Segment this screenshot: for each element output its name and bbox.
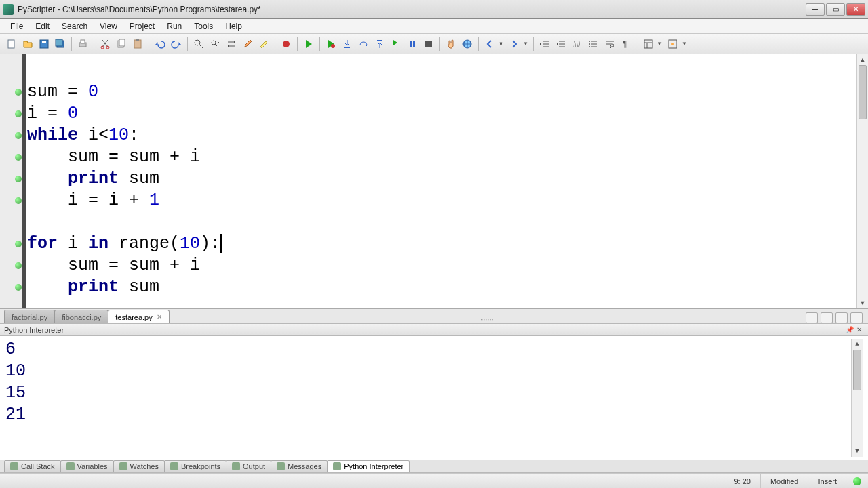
save-icon[interactable]	[37, 37, 52, 52]
options-icon[interactable]	[665, 37, 680, 52]
stop-icon[interactable]	[421, 37, 436, 52]
window-title: PyScripter - C:\Users\sal\Documents\Pyth…	[18, 5, 806, 14]
debug-icon[interactable]	[323, 37, 338, 52]
bottom-tab[interactable]: Messages	[271, 460, 328, 472]
bottom-tab[interactable]: Variables	[60, 460, 114, 472]
maximize-button[interactable]: ▭	[826, 3, 845, 16]
editor-gutter[interactable]	[0, 54, 26, 308]
tab-action-icon[interactable]	[835, 312, 848, 323]
layout-dropdown-icon[interactable]: ▼	[657, 41, 664, 47]
redo-icon[interactable]	[169, 37, 184, 52]
scroll-up-icon[interactable]: ▲	[857, 54, 868, 65]
toolbar-separator	[275, 37, 275, 51]
save-all-icon[interactable]	[53, 37, 68, 52]
menu-project[interactable]: Project	[123, 20, 161, 33]
tab-icon	[232, 462, 240, 470]
menu-run[interactable]: Run	[161, 20, 188, 33]
step-over-icon[interactable]	[356, 37, 371, 52]
status-led-icon	[853, 477, 861, 485]
back-icon[interactable]	[482, 37, 497, 52]
scroll-down-icon[interactable]: ▼	[857, 298, 868, 308]
interpreter-panel: 6101521 ▲ ▼	[0, 336, 868, 460]
menu-search[interactable]: Search	[56, 20, 94, 33]
svg-rect-19	[399, 40, 399, 48]
step-out-icon[interactable]	[372, 37, 387, 52]
panel-close-icon[interactable]: ✕	[854, 325, 864, 335]
close-tab-icon[interactable]: ✕	[157, 313, 162, 321]
bottom-tab[interactable]: Call Stack	[4, 460, 61, 472]
new-file-icon[interactable]	[4, 37, 19, 52]
bottom-tab[interactable]: Watches	[113, 460, 165, 472]
find-icon[interactable]	[191, 37, 206, 52]
tab-icon	[277, 462, 285, 470]
toolbar-separator	[187, 37, 188, 51]
file-tab[interactable]: fibonacci.py	[54, 310, 108, 323]
print-icon[interactable]	[75, 37, 90, 52]
vertical-scrollbar[interactable]: ▲ ▼	[856, 54, 868, 308]
toggle-breakpoint-icon[interactable]	[279, 37, 294, 52]
open-file-icon[interactable]	[20, 37, 35, 52]
step-into-icon[interactable]	[340, 37, 355, 52]
back-dropdown-icon[interactable]: ▼	[498, 41, 505, 47]
status-mode: Insert	[808, 474, 846, 488]
file-tab-active[interactable]: testarea.py✕	[108, 310, 169, 323]
menubar: File Edit Search View Project Run Tools …	[0, 19, 868, 34]
run-icon[interactable]	[301, 37, 316, 52]
cut-icon[interactable]	[98, 37, 113, 52]
indent-icon[interactable]	[553, 37, 568, 52]
undo-icon[interactable]	[153, 37, 167, 52]
svg-rect-0	[8, 40, 14, 48]
panel-pin-icon[interactable]: 📌	[845, 325, 854, 335]
globe-icon[interactable]	[460, 37, 475, 52]
svg-rect-12	[136, 39, 139, 41]
svg-rect-29	[644, 40, 652, 48]
toolbar-separator	[533, 37, 534, 51]
tab-action-icon[interactable]	[806, 312, 818, 323]
copy-icon[interactable]	[114, 37, 129, 52]
comment-icon[interactable]: ##	[570, 37, 585, 52]
scroll-thumb[interactable]	[859, 65, 867, 119]
menu-tools[interactable]: Tools	[188, 20, 219, 33]
replace-icon[interactable]	[224, 37, 239, 52]
list-icon[interactable]	[586, 37, 601, 52]
forward-dropdown-icon[interactable]: ▼	[523, 41, 530, 47]
options-dropdown-icon[interactable]: ▼	[682, 41, 688, 47]
scroll-thumb[interactable]	[853, 350, 861, 390]
code-area[interactable]: sum = 0i = 0while i<10: sum = sum + i pr…	[26, 54, 856, 308]
menu-file[interactable]: File	[4, 20, 29, 33]
vertical-scrollbar[interactable]: ▲ ▼	[851, 339, 863, 457]
menu-help[interactable]: Help	[219, 20, 248, 33]
scroll-up-icon[interactable]: ▲	[852, 339, 863, 350]
close-button[interactable]: ✕	[846, 3, 865, 16]
layout-icon[interactable]	[641, 37, 656, 52]
menu-edit[interactable]: Edit	[29, 20, 56, 33]
status-cursor: 9: 20	[724, 474, 760, 488]
pause-icon[interactable]	[405, 37, 420, 52]
paste-icon[interactable]	[130, 37, 145, 52]
forward-icon[interactable]	[507, 37, 521, 52]
paragraph-icon[interactable]: ¶	[618, 37, 633, 52]
svg-point-16	[331, 44, 335, 48]
menu-view[interactable]: View	[94, 20, 123, 33]
interpreter-output[interactable]: 6101521	[5, 339, 851, 457]
bottom-tab[interactable]: Python Interpreter	[327, 460, 410, 472]
run-to-cursor-icon[interactable]	[389, 37, 403, 52]
word-wrap-icon[interactable]	[602, 37, 617, 52]
bottom-tab[interactable]: Breakpoints	[164, 460, 226, 472]
hand-icon[interactable]	[443, 37, 458, 52]
brush-icon[interactable]	[240, 37, 255, 52]
tab-icon	[66, 462, 75, 470]
toolbar-separator	[637, 37, 637, 51]
highlight-icon[interactable]	[256, 37, 271, 52]
minimize-button[interactable]: —	[806, 3, 825, 16]
file-tab[interactable]: factorial.py	[4, 310, 55, 323]
tab-action-icon[interactable]	[850, 312, 863, 323]
tab-toolbar	[806, 312, 868, 323]
outdent-icon[interactable]	[537, 37, 552, 52]
tab-label: Watches	[130, 462, 159, 470]
scroll-down-icon[interactable]: ▼	[852, 446, 863, 457]
app-icon	[3, 4, 14, 15]
find-next-icon[interactable]	[208, 37, 222, 52]
tab-action-icon[interactable]	[821, 312, 833, 323]
bottom-tab[interactable]: Output	[226, 460, 271, 472]
